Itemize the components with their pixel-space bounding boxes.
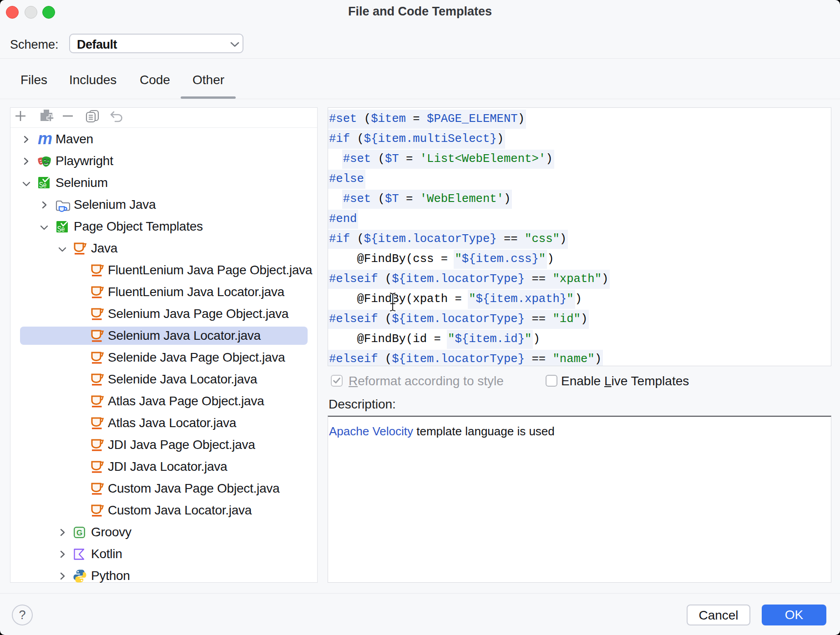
svg-text:Se: Se [39,181,47,188]
svg-text:Se: Se [57,225,65,232]
svg-text:G: G [76,529,82,537]
